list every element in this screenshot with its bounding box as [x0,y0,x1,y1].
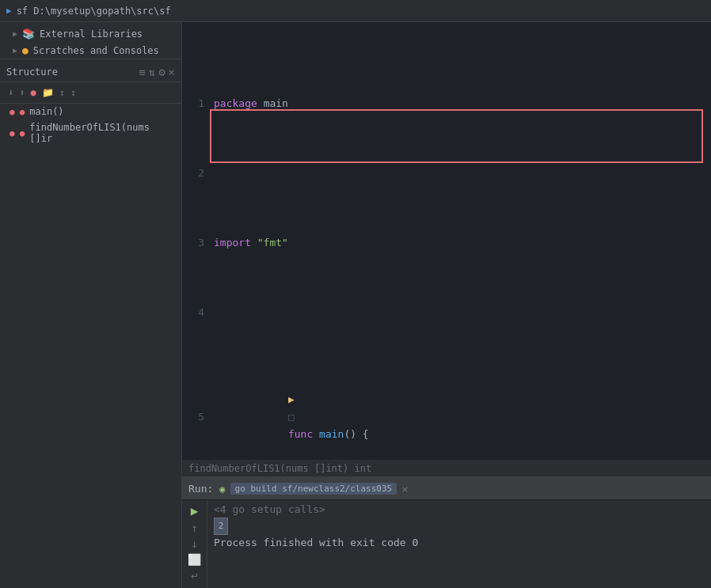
output-line-result: Process finished with exit code 0 [214,535,705,551]
code-line-1: 1 package main [188,95,705,112]
func-error3-icon: ● [10,128,15,138]
line-code-5: ▶ □ func main() { [214,374,705,460]
line-num-5: 5 [188,408,214,426]
run-print-button[interactable]: ⊟ [191,585,197,588]
run-stop-button[interactable]: ⬜ [188,553,201,566]
run-tab[interactable]: ◉ go build sf/newclass2/class035 × [219,483,408,495]
expand-arrow2: ▶ [13,46,17,55]
library-icon: 📚 [22,28,35,40]
line-num-3: 3 [188,234,214,252]
func-main-item[interactable]: ● ● main() [0,104,181,119]
output-line-2: 2 [214,518,705,535]
structure-title: Structure [6,66,58,78]
code-line-3: 3 import "fmt" [188,234,705,252]
action-expand-icon[interactable]: ↕ [58,85,67,100]
project-path: sf D:\mysetup\gopath\src\sf [17,6,171,17]
run-go-icon: ◉ [219,484,225,495]
action-down-icon[interactable]: ⬇ [6,85,15,100]
run-tab-bar: Run: ◉ go build sf/newclass2/class035 × [182,478,711,500]
output-num-2: 2 [214,518,228,535]
code-line-2: 2 [188,165,705,182]
align-icon[interactable]: ≡ [139,66,145,78]
structure-header: Structure ≡ ⇅ ⚙ × [0,63,181,82]
scratches-item[interactable]: ▶ ● Scratches and Consoles [0,42,181,59]
line-code-1: package main [214,95,705,112]
structure-actions: ⬇ ⬆ ● 📁 ↕ ↕ [0,82,181,104]
run-play-button[interactable]: ▶ [191,503,199,518]
func-findnumber-name: findNumberOfLIS1(nums []ir [29,122,175,144]
external-libraries-label: External Libraries [40,28,143,40]
run-output-area: <4 go setup calls> 2 Process finished wi… [207,500,711,588]
left-panel: ▶ 📚 External Libraries ▶ ● Scratches and… [0,22,182,588]
func-findnumber-item[interactable]: ● ● findNumberOfLIS1(nums []ir [0,119,181,146]
run-panel: Run: ◉ go build sf/newclass2/class035 × … [182,477,711,588]
structure-panel: Structure ≡ ⇅ ⚙ × ⬇ ⬆ ● 📁 ↕ ↕ ● ● main() [0,59,181,588]
main-layout: ▶ 📚 External Libraries ▶ ● Scratches and… [0,22,711,588]
action-red-icon[interactable]: ● [29,85,37,100]
func-error2-icon: ● [20,107,25,117]
run-content: ▶ ↑ ↓ ⬜ ↩ ⊟ <4 go setup calls> 2 Process [182,500,711,588]
run-label: Run: [188,483,213,495]
sort-icon[interactable]: ⇅ [149,66,155,78]
top-bar: ▶ sf D:\mysetup\gopath\src\sf [0,0,711,22]
breadcrumb-bar: findNumberOfLIS1(nums []int) int [182,460,711,477]
line-num-4: 4 [188,304,214,321]
expand-arrow: ▶ [13,29,17,38]
code-container: 1 package main 2 3 import "fmt" 4 [182,22,711,460]
output-cmd-text: <4 go setup calls> [214,502,325,518]
action-up-icon[interactable]: ⬆ [17,85,26,100]
editor-area: 1 package main 2 3 import "fmt" 4 [182,22,711,588]
settings-icon[interactable]: ⚙ [158,66,165,78]
line-num-2: 2 [188,165,214,182]
run-down-button[interactable]: ↓ [191,537,197,550]
action-collapse-icon[interactable]: ↕ [69,85,78,100]
scratch-icon: ● [22,44,29,56]
breadcrumb-text: findNumberOfLIS1(nums []int) int [188,463,371,474]
output-result-text: Process finished with exit code 0 [214,535,418,551]
project-icon: ▶ [6,6,12,16]
code-content[interactable]: 1 package main 2 3 import "fmt" 4 [182,22,711,460]
run-close-button[interactable]: × [401,483,408,495]
run-up-button[interactable]: ↑ [191,522,197,534]
output-line-cmd: <4 go setup calls> [214,502,705,518]
action-folder-icon[interactable]: 📁 [40,85,55,100]
code-line-4: 4 [188,304,705,321]
build-label: go build sf/newclass2/class035 [230,483,397,495]
run-wrap-button[interactable]: ↩ [191,569,197,582]
structure-toolbar: ≡ ⇅ ⚙ × [139,66,175,78]
line-code-2 [214,165,705,182]
line-code-4 [214,304,705,321]
line-num-1: 1 [188,95,214,112]
run-sidebar: ▶ ↑ ↓ ⬜ ↩ ⊟ [182,500,207,588]
func-error4-icon: ● [20,128,25,138]
scratches-label: Scratches and Consoles [33,45,159,56]
func-error-icon: ● [10,107,15,117]
close-structure-icon[interactable]: × [169,66,175,78]
line-code-3: import "fmt" [214,234,705,252]
func-main-name: main() [29,106,63,117]
external-libraries-item[interactable]: ▶ 📚 External Libraries [0,25,181,42]
code-line-5: 5 ▶ □ func main() { [188,374,705,460]
